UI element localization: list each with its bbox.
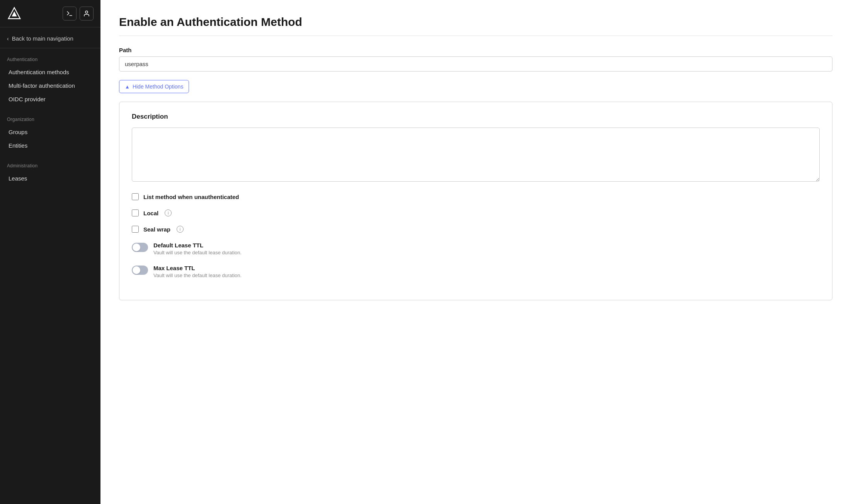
local-info-icon[interactable]: i	[165, 209, 172, 216]
sidebar-item-mfa[interactable]: Multi-factor authentication	[7, 79, 94, 92]
hide-method-options-button[interactable]: ▲ Hide Method Options	[119, 80, 189, 93]
method-options-panel: Description List method when unauthentic…	[119, 102, 832, 300]
back-nav-label: Back to main navigation	[12, 35, 73, 42]
org-section: Organization Groups Entities	[0, 108, 100, 155]
sidebar-item-groups[interactable]: Groups	[7, 125, 94, 139]
default-lease-ttl-title: Default Lease TTL	[153, 242, 242, 249]
default-lease-ttl-row: Default Lease TTL Vault will use the def…	[132, 242, 820, 255]
admin-section: Administration Leases	[0, 155, 100, 187]
max-lease-ttl-toggle[interactable]	[132, 266, 148, 275]
sidebar-item-entities[interactable]: Entities	[7, 139, 94, 152]
max-lease-ttl-title: Max Lease TTL	[153, 265, 242, 271]
local-checkbox[interactable]	[132, 209, 139, 216]
default-lease-ttl-knob	[133, 243, 140, 251]
seal-wrap-row: Seal wrap i	[132, 226, 820, 233]
sidebar-logo	[7, 6, 22, 21]
sidebar-header	[0, 0, 100, 27]
path-input[interactable]	[119, 56, 832, 72]
seal-wrap-info-icon[interactable]: i	[177, 226, 184, 233]
max-lease-ttl-text: Max Lease TTL Vault will use the default…	[153, 265, 242, 278]
terminal-button[interactable]	[63, 7, 77, 20]
sidebar-item-leases[interactable]: Leases	[7, 172, 94, 185]
sidebar-item-auth-methods[interactable]: Authentication methods	[7, 65, 94, 79]
default-lease-ttl-toggle[interactable]	[132, 243, 148, 252]
sidebar: ‹ Back to main navigation Authentication…	[0, 0, 100, 504]
auth-section: Authentication Authentication methods Mu…	[0, 48, 100, 108]
vault-logo-icon	[7, 6, 22, 21]
list-unauthenticated-label: List method when unauthenticated	[143, 194, 239, 200]
svg-point-3	[85, 11, 88, 13]
max-lease-ttl-knob	[133, 266, 140, 274]
back-chevron-icon: ‹	[7, 36, 9, 42]
local-label: Local	[143, 210, 158, 216]
back-to-main-nav[interactable]: ‹ Back to main navigation	[0, 27, 100, 48]
seal-wrap-label: Seal wrap	[143, 226, 170, 233]
seal-wrap-checkbox[interactable]	[132, 226, 139, 233]
local-row: Local i	[132, 209, 820, 216]
list-unauthenticated-row: List method when unauthenticated	[132, 193, 820, 200]
chevron-up-icon: ▲	[125, 84, 130, 90]
description-textarea[interactable]	[132, 128, 820, 182]
svg-marker-1	[12, 11, 17, 16]
description-title: Description	[132, 113, 820, 121]
sidebar-header-icons	[63, 7, 94, 20]
auth-section-label: Authentication	[7, 57, 94, 62]
path-label: Path	[119, 47, 832, 53]
max-lease-ttl-row: Max Lease TTL Vault will use the default…	[132, 265, 820, 278]
user-button[interactable]	[80, 7, 94, 20]
org-section-label: Organization	[7, 117, 94, 122]
main-content: Enable an Authentication Method Path ▲ H…	[100, 0, 851, 504]
list-unauthenticated-checkbox[interactable]	[132, 193, 139, 200]
admin-section-label: Administration	[7, 163, 94, 169]
page-title: Enable an Authentication Method	[119, 15, 832, 29]
title-divider	[119, 36, 832, 36]
default-lease-ttl-text: Default Lease TTL Vault will use the def…	[153, 242, 242, 255]
max-lease-ttl-subtitle: Vault will use the default lease duratio…	[153, 272, 242, 278]
hide-options-label: Hide Method Options	[133, 83, 184, 90]
sidebar-item-oidc[interactable]: OIDC provider	[7, 92, 94, 106]
default-lease-ttl-subtitle: Vault will use the default lease duratio…	[153, 250, 242, 255]
